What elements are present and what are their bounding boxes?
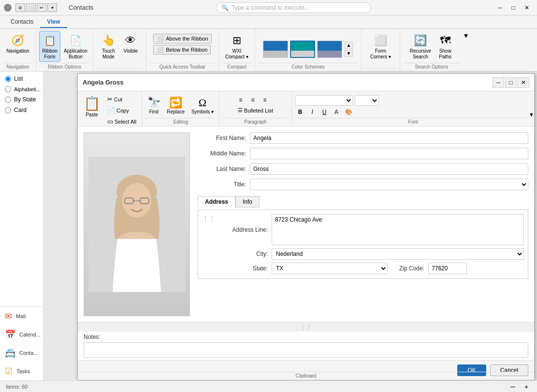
replace-btn[interactable]: 🔁 Replace: [164, 95, 187, 116]
cut-btn[interactable]: ✂ Cut: [105, 94, 139, 104]
view-option-alpha-radio[interactable]: [5, 86, 11, 92]
bullet-list-btn[interactable]: ☰ Bulleted List: [235, 106, 276, 115]
font-expand-btn[interactable]: ▾: [530, 111, 533, 118]
align-left-btn[interactable]: ≡: [235, 95, 246, 105]
find-btn[interactable]: 🔭 Find: [145, 95, 162, 116]
middle-name-row: Middle Name:: [198, 148, 528, 159]
touch-mode-btn[interactable]: 👆 TouchMode: [98, 31, 119, 62]
city-row: City: Nederland: [219, 248, 524, 260]
navigation-btn[interactable]: 🧭 Navigation: [4, 31, 31, 56]
ribbon-group-ribbon-options: 📋 RibbonForm 📄 ApplicationButton Ribbon …: [36, 29, 93, 71]
font-name-select[interactable]: [295, 95, 353, 106]
last-name-input[interactable]: [250, 163, 528, 175]
info-tab[interactable]: Info: [235, 196, 260, 208]
paste-label: Paste: [86, 112, 98, 118]
view-option-list[interactable]: List: [5, 75, 38, 82]
color-scheme-3[interactable]: [317, 41, 342, 58]
middle-name-label: Middle Name:: [198, 150, 246, 157]
font-size-select[interactable]: [355, 95, 379, 106]
show-paths-btn[interactable]: 🗺 ShowPaths: [435, 31, 456, 62]
quick-access-btn3[interactable]: ↩: [37, 3, 46, 12]
dialog-minimize-btn[interactable]: ─: [493, 77, 504, 88]
title-select[interactable]: Mr. Mrs. Ms. Dr.: [250, 179, 528, 190]
mail-label: Mail: [16, 313, 26, 319]
paste-btn[interactable]: 📋 Paste: [81, 93, 103, 119]
compact-btn[interactable]: ⊞ WXICompact ▾: [223, 31, 251, 62]
drag-handle[interactable]: ⋮⋮: [202, 214, 216, 223]
maximize-btn[interactable]: □: [507, 2, 520, 13]
first-name-input[interactable]: [250, 132, 528, 144]
sidebar-nav-contacts[interactable]: 📇 Conta...: [0, 344, 43, 362]
below-ribbon-btn[interactable]: ⬜ Below the Ribbon: [153, 45, 211, 55]
drg-content-paragraph: ≡ ≡ ≡ ☰ Bulleted List: [235, 93, 276, 118]
select-all-label: Select All: [115, 119, 136, 125]
app-tab-bar: Contacts View: [0, 15, 537, 29]
cs-scroll-down[interactable]: ▼: [344, 50, 353, 57]
recursive-search-btn[interactable]: 🔄 RecursiveSearch: [407, 31, 434, 62]
font-color-btn[interactable]: A: [331, 107, 342, 117]
middle-name-input[interactable]: [250, 148, 528, 159]
bold-btn[interactable]: B: [295, 107, 305, 117]
copy-btn[interactable]: 📄 Copy: [105, 105, 139, 115]
drg-editing: 🔭 Find 🔁 Replace Ω Symbols ▾: [142, 91, 219, 126]
city-select[interactable]: Nederland: [272, 248, 524, 260]
command-search[interactable]: 🔍 Type a command to execute...: [216, 2, 371, 13]
align-right-btn[interactable]: ≡: [260, 95, 270, 105]
symbols-icon: Ω: [196, 97, 209, 109]
symbols-label: Symbols ▾: [191, 109, 214, 115]
touch-mode-icon: 👆: [101, 33, 116, 48]
select-all-btn[interactable]: ▭ Select All: [105, 116, 139, 126]
quick-access-btn2[interactable]: ⬜: [26, 3, 36, 12]
drg-font: B I U A 🎨 Font ▾: [292, 91, 534, 126]
view-option-card-radio[interactable]: [5, 107, 11, 113]
state-select[interactable]: TX: [272, 263, 388, 274]
sidebar-nav-mail[interactable]: ✉ Mail: [0, 307, 43, 325]
app-title: Contacts: [69, 4, 93, 11]
rg-content-nav: 🧭 Navigation: [4, 31, 31, 63]
italic-btn[interactable]: I: [307, 107, 318, 117]
tab-contacts[interactable]: Contacts: [4, 16, 40, 28]
ribbon-expand[interactable]: ▾: [463, 29, 469, 71]
zip-code-input[interactable]: [428, 263, 467, 274]
sidebar-nav-calendar[interactable]: 📅 Calend...: [0, 325, 43, 344]
address-tab[interactable]: Address: [198, 196, 235, 208]
underline-btn[interactable]: U: [319, 107, 330, 117]
application-button-btn[interactable]: 📄 ApplicationButton: [61, 31, 90, 62]
above-ribbon-label: Above the Ribbon: [166, 36, 208, 42]
form-section: First Name: Middle Name: Last Name:: [198, 132, 528, 316]
ribbon-group-color-schemes: ▲ ▼ Color Schemes: [255, 29, 362, 71]
zoom-in-btn[interactable]: +: [522, 382, 531, 392]
close-btn[interactable]: ✕: [521, 2, 533, 13]
ribbon-form-btn[interactable]: 📋 RibbonForm: [39, 31, 60, 62]
minimize-btn[interactable]: ─: [493, 2, 506, 13]
dialog-close-btn[interactable]: ✕: [518, 77, 529, 88]
cs-scroll-up[interactable]: ▲: [344, 42, 353, 49]
quick-access-dropdown[interactable]: ▾: [47, 3, 57, 12]
view-option-list-radio[interactable]: [5, 76, 11, 82]
sidebar-nav-tasks[interactable]: ☑ Tasks: [0, 362, 43, 380]
rg-label-ribbon-options: Ribbon Options: [39, 63, 90, 71]
form-corners-btn[interactable]: ⬜ FormCorners ▾: [368, 31, 393, 62]
zoom-out-btn[interactable]: ─: [508, 382, 518, 392]
color-scheme-1[interactable]: [263, 41, 288, 58]
tab-view[interactable]: View: [40, 16, 67, 28]
highlight-btn[interactable]: 🎨: [343, 107, 354, 117]
dialog-body: First Name: Middle Name: Last Name:: [78, 126, 534, 380]
view-option-alpha[interactable]: Alphabeti...: [5, 86, 38, 92]
notes-input[interactable]: [84, 342, 528, 358]
replace-icon: 🔁: [170, 97, 182, 109]
drg-paragraph-label: Paragraph: [222, 118, 289, 126]
application-button-icon: 📄: [68, 33, 83, 48]
visible-btn[interactable]: 👁 Visible: [120, 31, 141, 56]
view-option-state[interactable]: By State: [5, 96, 38, 103]
view-option-card[interactable]: Card: [5, 107, 38, 113]
notes-resize-handle[interactable]: ⋮⋮: [78, 322, 534, 331]
color-scheme-2[interactable]: [290, 41, 315, 58]
address-line-input[interactable]: 8723 Chicago Ave: [272, 214, 524, 245]
view-option-state-radio[interactable]: [5, 97, 11, 103]
align-center-btn[interactable]: ≡: [247, 95, 258, 105]
quick-access-btn1[interactable]: ⊘: [15, 3, 25, 12]
symbols-btn[interactable]: Ω Symbols ▾: [189, 95, 216, 116]
above-ribbon-btn[interactable]: ⬜ Above the Ribbon: [153, 34, 211, 43]
dialog-maximize-btn[interactable]: □: [505, 77, 517, 88]
